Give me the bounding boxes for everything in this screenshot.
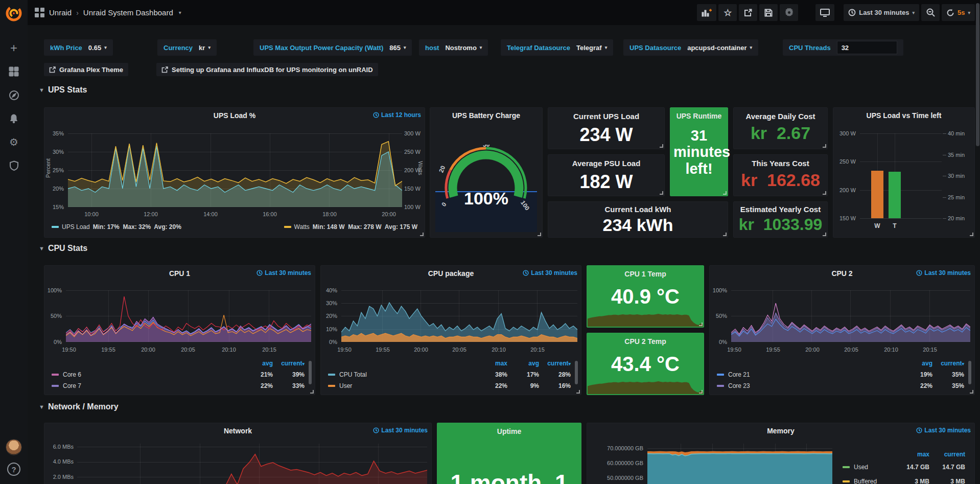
variable-telegraf-datasource[interactable]: Telegraf Datasource Telegraf▾ bbox=[501, 39, 613, 56]
panel-title[interactable]: UPS Runtime bbox=[670, 108, 728, 120]
link-grafana-plex-theme[interactable]: Grafana Plex Theme bbox=[44, 63, 128, 76]
grafana-logo-icon[interactable] bbox=[5, 5, 22, 22]
legend-col-avg[interactable]: avg bbox=[901, 360, 932, 367]
panel-title[interactable]: Average Daily Cost bbox=[734, 108, 827, 121]
panel-this-years-cost: This Years Cost kr 162.68 bbox=[733, 154, 828, 196]
legend-col-avg[interactable]: avg bbox=[241, 360, 273, 367]
legend-scrollbar[interactable] bbox=[309, 361, 312, 384]
legend-col-max[interactable]: max bbox=[894, 451, 929, 458]
network-chart[interactable] bbox=[77, 444, 427, 484]
cpu1-chart[interactable] bbox=[66, 290, 311, 342]
cycle-view-mode-button[interactable] bbox=[815, 4, 834, 21]
legend-scrollbar[interactable] bbox=[575, 361, 578, 384]
panel-time-link[interactable]: Last 30 minutes bbox=[916, 427, 971, 434]
server-admin-shield-icon[interactable] bbox=[0, 154, 28, 177]
panel-time-link[interactable]: Last 30 minutes bbox=[256, 269, 311, 276]
variable-value[interactable]: kr bbox=[199, 44, 205, 52]
panel-time-link[interactable]: Last 30 minutes bbox=[916, 269, 971, 276]
panel-title[interactable]: CPU 2 Temp bbox=[587, 333, 704, 345]
variable-currency[interactable]: Currency kr▾ bbox=[157, 39, 217, 56]
link-ups-monitoring-guide[interactable]: Setting up Grafana and InfluxDB for UPS … bbox=[156, 63, 378, 76]
panel-title[interactable]: UPS Load vs Time left bbox=[833, 108, 974, 121]
top-nav: Unraid › Unraid System Dashboard ▾ ☆ bbox=[28, 0, 980, 25]
save-dashboard-button[interactable] bbox=[759, 4, 778, 21]
legend-col-current[interactable]: current▾ bbox=[932, 360, 964, 367]
bar-watts[interactable] bbox=[871, 171, 883, 218]
star-dashboard-button[interactable]: ☆ bbox=[718, 4, 737, 21]
chevron-down-icon[interactable]: ▾ bbox=[179, 10, 181, 15]
user-avatar[interactable] bbox=[6, 439, 22, 455]
ups-load-chart[interactable] bbox=[68, 133, 402, 207]
legend-row-core23: Core 23 22% 35% bbox=[717, 380, 964, 391]
refresh-button[interactable]: 5s ▾ bbox=[942, 4, 975, 21]
panel-title[interactable]: Average PSU Load bbox=[548, 155, 664, 168]
panel-title[interactable]: Uptime bbox=[437, 423, 581, 435]
panel-time-link[interactable]: Last 30 minutes bbox=[373, 427, 428, 434]
refresh-interval-label[interactable]: 5s bbox=[958, 9, 965, 16]
variable-value[interactable]: apcupsd-container bbox=[687, 44, 746, 52]
series-swatch bbox=[328, 374, 335, 376]
panel-title[interactable]: Current UPS Load bbox=[548, 108, 664, 121]
breadcrumb-app[interactable]: Unraid bbox=[49, 8, 72, 17]
share-dashboard-button[interactable] bbox=[739, 4, 757, 21]
variable-value[interactable]: Nostromo bbox=[445, 44, 476, 52]
cpu-threads-input[interactable] bbox=[837, 41, 897, 54]
panel-title[interactable]: UPS Load % bbox=[44, 108, 425, 121]
time-range-picker[interactable]: Last 30 minutes ▾ bbox=[844, 4, 919, 21]
panel-time-link[interactable]: Last 30 minutes bbox=[523, 269, 577, 276]
y-tick: 70.000000 GB bbox=[607, 445, 643, 451]
battery-gauge[interactable]: 0 20 50 100 bbox=[437, 145, 534, 221]
legend-table: avg current▾ Core 21 19% 35% Core 23 22%… bbox=[717, 358, 964, 391]
variable-host[interactable]: host Nostromo▾ bbox=[419, 39, 488, 56]
panel-title[interactable]: This Years Cost bbox=[734, 155, 827, 168]
series-stats: Min: 148 W Max: 278 W Avg: 175 W bbox=[313, 223, 417, 231]
legend-item-ups-load[interactable]: UPS Load Min: 17% Max: 32% Avg: 20% bbox=[52, 223, 181, 231]
panel-title[interactable]: Current Load kWh bbox=[548, 202, 728, 214]
page-title[interactable]: Unraid System Dashboard bbox=[83, 8, 173, 17]
help-icon[interactable]: ? bbox=[7, 463, 20, 476]
variable-cpu-threads[interactable]: CPU Threads bbox=[783, 39, 903, 56]
zoom-out-time-button[interactable] bbox=[921, 4, 940, 21]
legend-scrollbar[interactable] bbox=[968, 361, 971, 384]
dashboard-grid-icon[interactable] bbox=[35, 8, 44, 17]
legend-col-current[interactable]: current bbox=[929, 451, 965, 458]
dashboards-icon[interactable] bbox=[0, 60, 28, 83]
explore-compass-icon[interactable] bbox=[0, 83, 28, 107]
create-plus-icon[interactable]: + bbox=[0, 36, 28, 60]
y-tick: 4.0 MBs bbox=[53, 458, 74, 465]
legend-col-current[interactable]: current▾ bbox=[539, 360, 571, 367]
panel-title[interactable]: Estimated Yearly Cost bbox=[734, 202, 827, 214]
variable-value[interactable]: 865 bbox=[389, 44, 401, 52]
variable-value[interactable]: 0.65 bbox=[88, 44, 101, 52]
panel-title[interactable]: UPS Battery Charge bbox=[430, 108, 542, 121]
x-tick: 19:50 bbox=[337, 347, 352, 353]
page-scrollbar[interactable] bbox=[976, 3, 979, 146]
variable-ups-datasource[interactable]: UPS Datasource apcupsd-container▾ bbox=[623, 39, 758, 56]
bar-time-left[interactable] bbox=[889, 172, 901, 218]
y-tick: 100% bbox=[713, 287, 727, 293]
x-tick: 20:00 bbox=[141, 347, 155, 353]
y-tick: 50.000000 GB bbox=[607, 475, 643, 481]
section-network-memory[interactable]: ▼ Network / Memory bbox=[39, 402, 119, 411]
section-cpu-stats[interactable]: ▼ CPU Stats bbox=[39, 244, 87, 253]
variable-kwh-price[interactable]: kWh Price 0.65▾ bbox=[44, 39, 113, 56]
variable-ups-max-output[interactable]: UPS Max Output Power Capacity (Watt) 865… bbox=[253, 39, 412, 56]
dashboard-settings-button[interactable] bbox=[780, 4, 798, 21]
legend-row-used: Used 14.7 GB 14.7 GB bbox=[843, 460, 965, 474]
panel-time-link[interactable]: Last 12 hours bbox=[373, 111, 421, 119]
add-panel-button[interactable] bbox=[697, 4, 716, 21]
x-tick: 10:00 bbox=[84, 211, 99, 217]
section-ups-stats[interactable]: ▼ UPS Stats bbox=[39, 85, 87, 95]
variable-value[interactable]: Telegraf bbox=[576, 44, 602, 52]
cpu-package-chart[interactable] bbox=[341, 290, 577, 342]
panel-title[interactable]: CPU 1 Temp bbox=[587, 266, 704, 278]
legend-col-current[interactable]: current▾ bbox=[273, 360, 305, 367]
legend-item-watts[interactable]: Watts Min: 148 W Max: 278 W Avg: 175 W bbox=[284, 223, 417, 231]
y-tick: 150 W bbox=[839, 215, 856, 221]
alerting-bell-icon[interactable] bbox=[0, 107, 28, 130]
memory-chart[interactable] bbox=[647, 444, 832, 484]
legend-col-max[interactable]: max bbox=[476, 360, 507, 367]
configuration-gear-icon[interactable]: ⚙ bbox=[0, 130, 28, 154]
cpu2-chart[interactable] bbox=[731, 290, 970, 342]
legend-col-avg[interactable]: avg bbox=[507, 360, 539, 367]
